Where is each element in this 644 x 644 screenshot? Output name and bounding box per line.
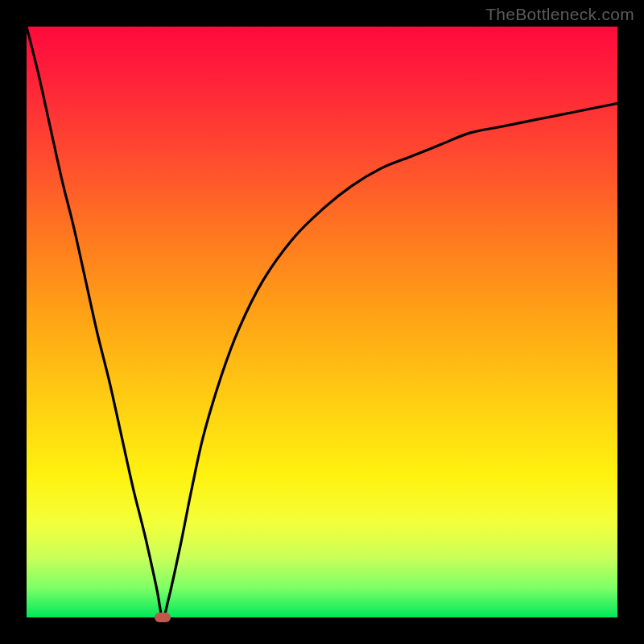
chart-frame: TheBottleneck.com (0, 0, 644, 644)
min-marker (155, 613, 171, 622)
plot-area (27, 27, 617, 617)
bottleneck-curve (27, 27, 617, 617)
watermark-text: TheBottleneck.com (485, 5, 634, 24)
curve-svg (27, 27, 617, 617)
